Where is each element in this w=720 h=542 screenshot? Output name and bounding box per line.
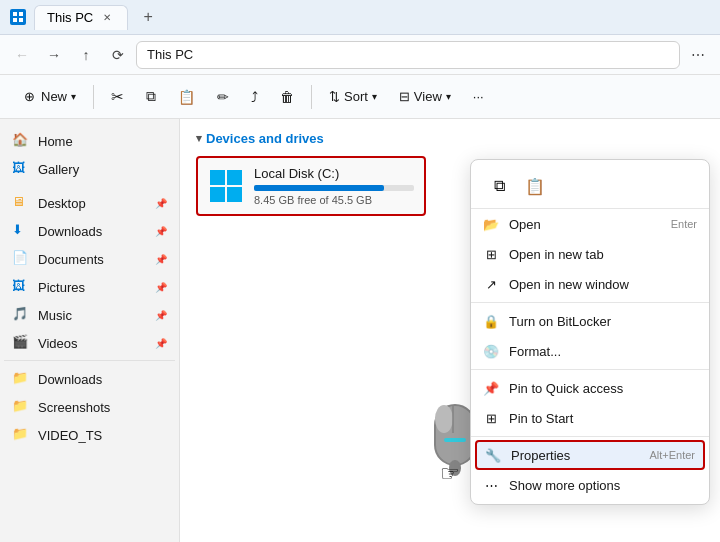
format-label: Format... [509, 344, 561, 359]
view-icon: ⊟ [399, 89, 410, 104]
tab-label: This PC [47, 10, 93, 25]
section-title-text: Devices and drives [206, 131, 324, 146]
context-menu-open-new-tab[interactable]: ⊞ Open in new tab [471, 239, 709, 269]
context-menu-format[interactable]: 💿 Format... [471, 336, 709, 366]
refresh-button[interactable]: ⟳ [104, 41, 132, 69]
address-bar[interactable]: This PC [136, 41, 680, 69]
context-menu-show-more[interactable]: ⋯ Show more options [471, 470, 709, 500]
pin-quick-access-label: Pin to Quick access [509, 381, 623, 396]
svg-rect-11 [444, 438, 466, 442]
context-menu-pin-start[interactable]: ⊞ Pin to Start [471, 403, 709, 433]
new-button[interactable]: ⊕ New ▾ [12, 84, 85, 110]
sidebar-item-gallery[interactable]: 🖼 Gallery [4, 155, 175, 183]
pin-icon-4: 📌 [155, 282, 167, 293]
folder-open-icon: 📂 [483, 216, 499, 232]
context-menu-open-new-window[interactable]: ↗ Open in new window [471, 269, 709, 299]
folder-icon-video-ts: 📁 [12, 426, 30, 444]
open-new-tab-label: Open in new tab [509, 247, 604, 262]
tab-close-button[interactable]: ✕ [99, 10, 115, 26]
sort-label: Sort [344, 89, 368, 104]
sidebar-item-downloads2[interactable]: 📁 Downloads [4, 365, 175, 393]
delete-icon: 🗑 [280, 89, 294, 105]
bitlocker-icon: 🔒 [483, 313, 499, 329]
paste-button[interactable]: 📋 [169, 84, 204, 110]
drive-info: Local Disk (C:) 8.45 GB free of 45.5 GB [254, 166, 414, 206]
pictures-icon: 🖼 [12, 278, 30, 296]
more-nav-button[interactable]: ⋯ [684, 41, 712, 69]
title-bar: This PC ✕ + [0, 0, 720, 35]
svg-rect-1 [19, 12, 23, 16]
context-sep-1 [471, 302, 709, 303]
cut-icon: ✂ [111, 88, 124, 106]
pin-quick-access-icon: 📌 [483, 380, 499, 396]
sidebar-item-screenshots[interactable]: 📁 Screenshots [4, 393, 175, 421]
view-button[interactable]: ⊟ View ▾ [390, 84, 460, 109]
sidebar-item-pictures[interactable]: 🖼 Pictures 📌 [4, 273, 175, 301]
main-layout: 🏠 Home 🖼 Gallery 🖥 Desktop 📌 ⬇ Downloads… [0, 119, 720, 542]
svg-rect-7 [227, 187, 242, 202]
content-area: ▾ Devices and drives Local Disk (C:) 8.4… [180, 119, 720, 542]
view-chevron-icon: ▾ [446, 91, 451, 102]
pin-icon-6: 📌 [155, 338, 167, 349]
sidebar-label-screenshots: Screenshots [38, 400, 110, 415]
hand-cursor: ☞ [440, 461, 460, 487]
drive-name: Local Disk (C:) [254, 166, 414, 181]
context-menu-pin-quick-access[interactable]: 📌 Pin to Quick access [471, 373, 709, 403]
show-more-label: Show more options [509, 478, 620, 493]
sidebar-label-downloads2: Downloads [38, 372, 102, 387]
documents-icon: 📄 [12, 250, 30, 268]
context-copy-icon-btn[interactable]: ⧉ [483, 170, 515, 202]
context-menu: ⧉ 📋 📂 Open Enter ⊞ Open in new tab ↗ Ope… [470, 159, 710, 505]
sidebar-label-documents: Documents [38, 252, 104, 267]
more-button[interactable]: ··· [464, 84, 493, 109]
delete-button[interactable]: 🗑 [271, 84, 303, 110]
sidebar-item-downloads[interactable]: ⬇ Downloads 📌 [4, 217, 175, 245]
pin-icon-3: 📌 [155, 254, 167, 265]
sidebar-label-downloads: Downloads [38, 224, 102, 239]
rename-button[interactable]: ✏ [208, 84, 238, 110]
forward-button[interactable]: → [40, 41, 68, 69]
sidebar-item-videos[interactable]: 🎬 Videos 📌 [4, 329, 175, 357]
sidebar-item-music[interactable]: 🎵 Music 📌 [4, 301, 175, 329]
cut-button[interactable]: ✂ [102, 83, 133, 111]
downloads-icon: ⬇ [12, 222, 30, 240]
sidebar-item-documents[interactable]: 📄 Documents 📌 [4, 245, 175, 273]
svg-rect-3 [19, 18, 23, 22]
back-button[interactable]: ← [8, 41, 36, 69]
drive-item-c[interactable]: Local Disk (C:) 8.45 GB free of 45.5 GB [196, 156, 426, 216]
format-icon: 💿 [483, 343, 499, 359]
show-more-icon: ⋯ [483, 477, 499, 493]
share-button[interactable]: ⤴ [242, 84, 267, 110]
sort-chevron-icon: ▾ [372, 91, 377, 102]
plus-icon: ⊕ [21, 89, 37, 105]
context-menu-top: ⧉ 📋 [471, 164, 709, 209]
context-menu-bitlocker[interactable]: 🔒 Turn on BitLocker [471, 306, 709, 336]
new-label: New [41, 89, 67, 104]
sidebar-item-home[interactable]: 🏠 Home [4, 127, 175, 155]
pin-start-label: Pin to Start [509, 411, 573, 426]
context-paste-icon-btn[interactable]: 📋 [519, 170, 551, 202]
up-button[interactable]: ↑ [72, 41, 100, 69]
sidebar: 🏠 Home 🖼 Gallery 🖥 Desktop 📌 ⬇ Downloads… [0, 119, 180, 542]
svg-rect-2 [13, 18, 17, 22]
sidebar-label-pictures: Pictures [38, 280, 85, 295]
folder-icon-downloads: 📁 [12, 370, 30, 388]
paste-icon: 📋 [178, 89, 195, 105]
desktop-icon: 🖥 [12, 194, 30, 212]
new-tab-icon: ⊞ [483, 246, 499, 262]
view-label: View [414, 89, 442, 104]
context-menu-properties[interactable]: 🔧 Properties Alt+Enter [475, 440, 705, 470]
more-icon: ··· [473, 89, 484, 104]
svg-rect-6 [210, 187, 225, 202]
sort-button[interactable]: ⇅ Sort ▾ [320, 84, 386, 109]
pin-icon-5: 📌 [155, 310, 167, 321]
new-tab-button[interactable]: + [136, 5, 160, 29]
copy-button[interactable]: ⧉ [137, 83, 165, 110]
tab-this-pc[interactable]: This PC ✕ [34, 5, 128, 30]
context-menu-open[interactable]: 📂 Open Enter [471, 209, 709, 239]
copy-icon: ⧉ [146, 88, 156, 105]
open-shortcut: Enter [671, 218, 697, 230]
sidebar-item-desktop[interactable]: 🖥 Desktop 📌 [4, 189, 175, 217]
pin-start-icon: ⊞ [483, 410, 499, 426]
sidebar-item-video-ts[interactable]: 📁 VIDEO_TS [4, 421, 175, 449]
